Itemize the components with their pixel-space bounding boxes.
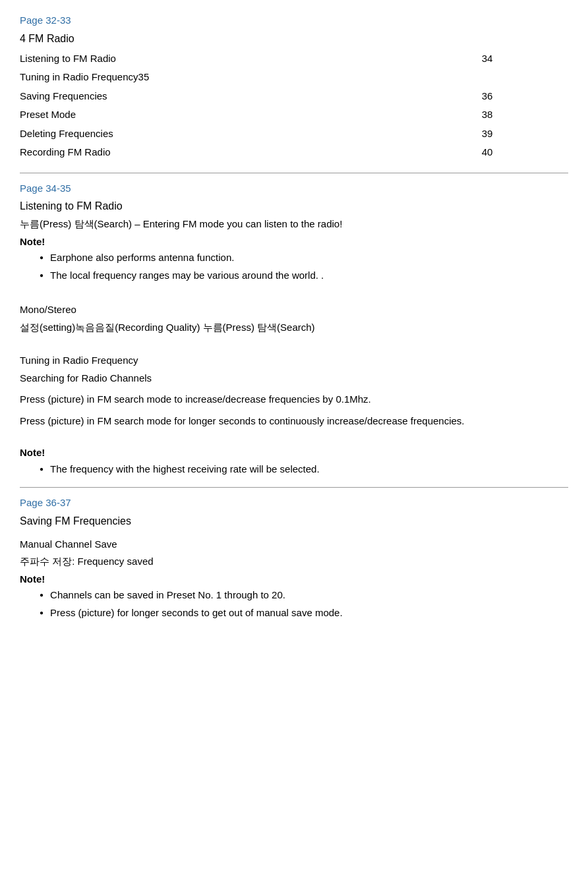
toc-item-label: Recording FM Radio	[20, 143, 482, 162]
section2-bullet-list: Channels can be saved in Preset No. 1 th…	[20, 588, 568, 620]
section1-sub2-text2: Press (picture) in FM search mode for lo…	[20, 414, 568, 429]
section1-sub2-text1: Press (picture) in FM search mode to inc…	[20, 392, 568, 407]
bullet-item: The frequency with the highest receiving…	[20, 462, 568, 477]
bullet-item: Press (picture) for longer seconds to ge…	[20, 606, 568, 621]
toc-item-page: 34	[482, 49, 568, 69]
section1-sub2-title: Searching for Radio Channels	[20, 371, 568, 386]
section1-subsection1: Mono/Stereo	[20, 302, 568, 318]
section1-korean-instruction: 누름(Press) 탐색(Search) – Entering FM mode …	[20, 217, 568, 232]
toc-section: Page 32-33 4 FM Radio Listening to FM Ra…	[20, 13, 568, 162]
toc-table: Listening to FM Radio34Tuning in Radio F…	[20, 49, 568, 162]
section1-title: Listening to FM Radio	[20, 198, 568, 214]
section-34-35: Page 34-35 Listening to FM Radio 누름(Pres…	[20, 181, 568, 477]
bullet-item: The local frequency ranges may be variou…	[20, 268, 568, 283]
section1-korean-setting: 설정(setting)녹음음질(Recording Quality) 누름(Pr…	[20, 320, 568, 335]
toc-row: Recording FM Radio40	[20, 143, 568, 162]
toc-heading: 4 FM Radio	[20, 31, 568, 47]
section1-subsection2: Tuning in Radio Frequency	[20, 353, 568, 368]
toc-item-label: Deleting Frequencies	[20, 125, 482, 144]
section1-note-label: Note!	[20, 235, 568, 250]
toc-page-range: Page 32-33	[20, 13, 568, 28]
toc-item-page: 38	[482, 105, 568, 125]
divider-1	[20, 173, 568, 173]
toc-item-label: Tuning in Radio Frequency35	[20, 68, 482, 87]
section1-bullet-list: Earphone also performs antenna function.…	[20, 250, 568, 283]
section2-korean-save: 주파수 저장: Frequency saved	[20, 554, 568, 569]
section1-page-range: Page 34-35	[20, 181, 568, 196]
toc-row: Preset Mode38	[20, 105, 568, 125]
section2-subsection: Manual Channel Save	[20, 537, 568, 552]
divider-2	[20, 487, 568, 488]
section-36-37: Page 36-37 Saving FM Frequencies Manual …	[20, 496, 568, 620]
section1-bullet-list2: The frequency with the highest receiving…	[20, 462, 568, 477]
toc-row: Saving Frequencies36	[20, 87, 568, 106]
toc-item-label: Saving Frequencies	[20, 87, 482, 106]
toc-item-label: Listening to FM Radio	[20, 49, 482, 69]
section2-title: Saving FM Frequencies	[20, 513, 568, 529]
toc-item-page: 40	[482, 143, 568, 162]
section2-page-range: Page 36-37	[20, 496, 568, 511]
toc-row: Listening to FM Radio34	[20, 49, 568, 69]
section1-note2-label: Note!	[20, 446, 568, 461]
bullet-item: Channels can be saved in Preset No. 1 th…	[20, 588, 568, 603]
toc-item-page	[482, 68, 568, 87]
toc-row: Deleting Frequencies39	[20, 125, 568, 144]
toc-item-page: 36	[482, 87, 568, 106]
toc-item-page: 39	[482, 125, 568, 144]
bullet-item: Earphone also performs antenna function.	[20, 250, 568, 266]
section2-note-label: Note!	[20, 572, 568, 587]
toc-row: Tuning in Radio Frequency35	[20, 68, 568, 87]
toc-item-label: Preset Mode	[20, 105, 482, 125]
